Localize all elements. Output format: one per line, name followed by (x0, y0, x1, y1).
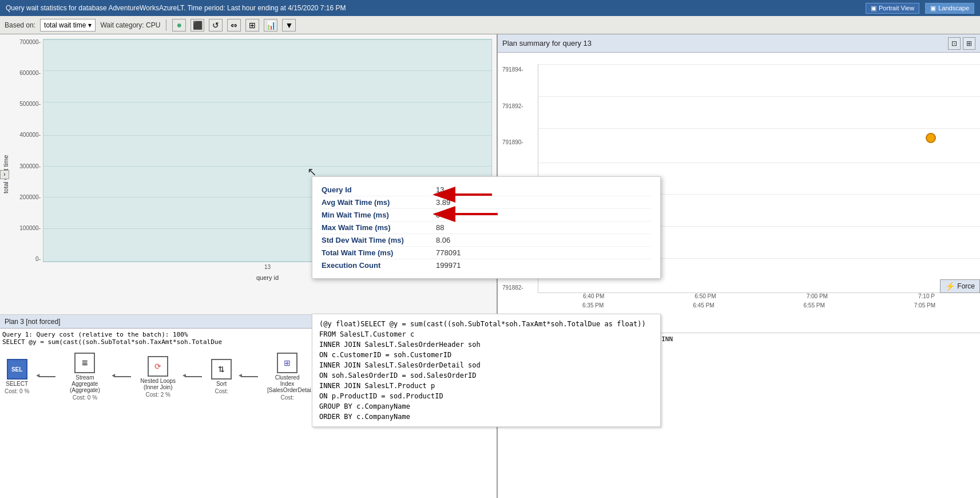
scatter-dot[interactable] (926, 133, 936, 143)
y-tick-300: 300000- (11, 163, 43, 169)
sql-line-6: ON soh.SalesOrderID = sod.SalesOrderID (319, 370, 653, 381)
x-tick-655: 6:55 PM (804, 302, 825, 309)
grid-icon: ⊞ (249, 21, 256, 30)
chart-button[interactable]: 📊 (264, 19, 277, 31)
based-on-dropdown[interactable]: total wait time ▾ (40, 19, 96, 31)
tooltip-row-totalwait: Total Wait Time (ms) 778091 (322, 247, 651, 259)
tooltip-label-queryid: Query Id (322, 185, 436, 194)
tooltip-label-minwait: Min Wait Time (ms) (322, 211, 436, 219)
sql-line-10: ORDER BY c.CompanyName (319, 412, 653, 422)
plan-node-index-label: Clustered Index[SalesOrderDetai... (267, 374, 307, 393)
wait-category-label: Wait category: CPU (100, 21, 160, 29)
plan-summary-controls: ⊡ ⊞ (948, 37, 975, 50)
filter-icon: ⇔ (231, 21, 237, 30)
filter-button[interactable]: ⇔ (227, 19, 241, 31)
export-icon: ⬛ (193, 21, 203, 30)
sql-line-1: (@y float)SELECT @y = sum(cast((soh.SubT… (319, 319, 653, 329)
sort-node-icon: ⇅ (211, 359, 232, 380)
plan-node-sort-cost: Cost: (215, 388, 228, 394)
refresh-button[interactable]: ● (172, 19, 186, 31)
refresh-icon: ● (176, 20, 182, 30)
plan-summary-header: Plan summary for query 13 ⊡ ⊞ (498, 34, 980, 53)
plan-node-select: SEL SELECT Cost: 0 % (5, 359, 29, 394)
grid-button[interactable]: ⊞ (245, 19, 259, 31)
top-bar-right: ▣ Portrait View ▣ Landscape (866, 3, 974, 14)
stream-node-icon: ≡ (74, 353, 95, 373)
connector-1 (38, 376, 55, 377)
y-tick-0: 0- (11, 256, 43, 262)
settings-icon: ↺ (212, 21, 219, 30)
portrait-view-button[interactable]: ▣ Portrait View (866, 3, 919, 14)
top-bar: Query wait statistics for database Adven… (0, 0, 980, 16)
plan-node-loops-cost: Cost: 2 % (146, 392, 170, 398)
sql-line-4: ON c.CustomerID = soh.CustomerID (319, 350, 653, 360)
tooltip-row-stddev: Std Dev Wait Time (ms) 8.06 (322, 234, 651, 247)
plan-node-select-cost: Cost: 0 % (5, 388, 29, 394)
scatter-y-tick-7: 791882- (502, 284, 535, 291)
x-tick-705: 7:05 PM (914, 302, 935, 309)
landscape-icon: ▣ (930, 5, 936, 12)
plan-node-loops-label: Nested Loops(Inner Join) (140, 378, 176, 390)
x-tick-635: 6:35 PM (582, 302, 604, 309)
tooltip-label-maxwait: Max Wait Time (ms) (322, 223, 436, 232)
landscape-view-button[interactable]: ▣ Landscape (925, 3, 974, 14)
scatter-y-tick-3: 791890- (502, 139, 535, 145)
sql-line-5: INNER JOIN SalesLT.SalesOrderDetail sod (319, 360, 653, 370)
sql-line-3: INNER JOIN SalesLT.SalesOrderHeader soh (319, 339, 653, 350)
more-icon: ▼ (285, 21, 293, 30)
sql-line-7: INNER JOIN SalesLT.Product p (319, 381, 653, 391)
plan-node-index: ⊞ Clustered Index[SalesOrderDetai... Cos… (267, 353, 307, 401)
portrait-icon: ▣ (871, 5, 876, 12)
collapse-left-button[interactable]: › (0, 170, 9, 179)
select-node-icon: SEL (7, 359, 27, 380)
x-tick-645: 6:45 PM (693, 302, 714, 309)
scatter-y-tick-2: 791892- (502, 103, 535, 109)
based-on-label: Based on: (5, 21, 35, 29)
tooltip-label-execcount: Execution Count (322, 261, 436, 270)
plan-node-sort-label: Sort (216, 381, 227, 387)
dropdown-arrow-icon: ▾ (88, 21, 92, 29)
expand-button[interactable]: ⊞ (963, 37, 975, 50)
x-tick-640: 6:40 PM (583, 293, 604, 299)
sql-line-8: ON p.ProductID = sod.ProductID (319, 391, 653, 401)
export-button[interactable]: ⬛ (191, 19, 204, 31)
x-tick-710: 7:10 P (918, 293, 935, 299)
maximize-button[interactable]: ⊡ (948, 37, 961, 50)
more-button[interactable]: ▼ (282, 19, 296, 31)
index-node-icon: ⊞ (277, 353, 297, 373)
y-tick-100: 100000- (11, 225, 43, 231)
plan-node-stream-cost: Cost: 0 % (73, 394, 97, 401)
plan-node-stream: ≡ Stream Aggregate(Aggregate) Cost: 0 % (65, 353, 105, 401)
x-axis-label: query id (256, 274, 279, 281)
sql-popup: (@y float)SELECT @y = sum(cast((soh.SubT… (312, 314, 661, 427)
tooltip-label-stddev: Std Dev Wait Time (ms) (322, 236, 436, 244)
top-bar-title: Query wait statistics for database Adven… (6, 4, 346, 12)
loops-node-icon: ⟳ (148, 356, 168, 377)
y-tick-600: 600000- (11, 70, 43, 76)
sql-line-9: GROUP BY c.CompanyName (319, 401, 653, 412)
scatter-y-tick-1: 791894- (502, 66, 535, 73)
force-btn-area: ⚡ Force (940, 278, 980, 294)
chart-icon: 📊 (266, 21, 276, 30)
plan-node-select-label: SELECT (6, 381, 28, 387)
plan-node-sort: ⇅ Sort Cost: (211, 359, 232, 394)
connector-4 (241, 376, 258, 377)
x-tick-650: 6:50 PM (695, 293, 716, 299)
plan-header-title: Plan 3 [not forced] (5, 318, 60, 326)
sql-line-2: FROM SalesLT.Customer c (319, 329, 653, 339)
plan-node-stream-label: Stream Aggregate(Aggregate) (65, 374, 105, 393)
tooltip-value-execcount: 199971 (436, 261, 651, 270)
toolbar: Based on: total wait time ▾ Wait categor… (0, 16, 980, 34)
scatter-x-axis-top: 6:40 PM 6:50 PM 7:00 PM 7:10 P (538, 293, 980, 299)
y-tick-200: 200000- (11, 194, 43, 200)
arrow-2 (429, 201, 503, 227)
toolbar-separator (166, 19, 166, 31)
plan-summary-title: Plan summary for query 13 (502, 39, 592, 48)
plan-node-loops: ⟳ Nested Loops(Inner Join) Cost: 2 % (140, 356, 176, 398)
scatter-x-axis-bottom: 6:35 PM 6:45 PM 6:55 PM 7:05 PM (538, 302, 980, 309)
tooltip-label-totalwait: Total Wait Time (ms) (322, 248, 436, 257)
connector-3 (185, 376, 202, 377)
force-button[interactable]: ⚡ Force (940, 279, 980, 293)
tooltip-value-stddev: 8.06 (436, 236, 651, 244)
settings-button[interactable]: ↺ (209, 19, 223, 31)
